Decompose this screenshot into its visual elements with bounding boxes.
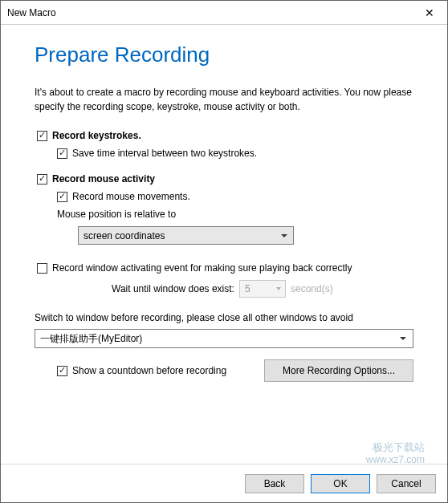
record-mouse-row[interactable]: Record mouse activity bbox=[37, 173, 413, 185]
more-recording-options-button[interactable]: More Recording Options... bbox=[264, 359, 413, 382]
countdown-row[interactable]: Show a countdown before recording bbox=[35, 365, 226, 376]
wait-seconds-wrap bbox=[239, 280, 286, 298]
record-keystrokes-row[interactable]: Record keystrokes. bbox=[37, 130, 413, 141]
titlebar: New Macro ✕ bbox=[1, 1, 447, 25]
countdown-label: Show a countdown before recording bbox=[72, 365, 226, 376]
new-macro-dialog: New Macro ✕ Prepare Recording It's about… bbox=[0, 0, 448, 503]
close-icon: ✕ bbox=[425, 6, 434, 19]
countdown-checkbox[interactable] bbox=[57, 366, 67, 376]
switch-window-select-wrap[interactable] bbox=[35, 329, 413, 348]
wait-seconds-unit: second(s) bbox=[291, 283, 333, 294]
record-keystrokes-checkbox[interactable] bbox=[37, 131, 47, 141]
save-interval-label: Save time interval between two keystroke… bbox=[72, 148, 257, 159]
record-mouse-movements-checkbox[interactable] bbox=[57, 192, 67, 202]
record-window-event-checkbox[interactable] bbox=[37, 263, 47, 274]
cancel-button[interactable]: Cancel bbox=[377, 474, 436, 493]
page-title: Prepare Recording bbox=[35, 43, 413, 67]
record-window-event-row[interactable]: Record window activating event for makin… bbox=[37, 262, 413, 274]
bottom-row: Show a countdown before recording More R… bbox=[35, 359, 413, 382]
record-mouse-label: Record mouse activity bbox=[52, 173, 155, 185]
wait-seconds-input bbox=[239, 280, 286, 298]
save-interval-row[interactable]: Save time interval between two keystroke… bbox=[57, 148, 413, 159]
save-interval-checkbox[interactable] bbox=[57, 148, 67, 159]
mouse-position-label: Mouse position is relative to bbox=[57, 209, 176, 220]
dialog-footer: Back OK Cancel bbox=[1, 464, 447, 502]
content-area: Prepare Recording It's about to create a… bbox=[1, 25, 447, 464]
switch-window-select[interactable] bbox=[35, 329, 413, 348]
record-mouse-movements-label: Record mouse movements. bbox=[72, 191, 190, 202]
record-mouse-movements-row[interactable]: Record mouse movements. bbox=[57, 191, 413, 202]
close-button[interactable]: ✕ bbox=[412, 1, 447, 25]
record-window-event-label: Record window activating event for makin… bbox=[52, 262, 352, 274]
wait-row: Wait until window does exist: second(s) bbox=[35, 280, 413, 298]
switch-window-label: Switch to window before recording, pleas… bbox=[35, 312, 413, 323]
mouse-position-select-wrap[interactable] bbox=[78, 226, 294, 245]
record-mouse-checkbox[interactable] bbox=[37, 174, 47, 185]
mouse-position-label-row: Mouse position is relative to bbox=[57, 209, 413, 220]
record-keystrokes-label: Record keystrokes. bbox=[52, 130, 141, 141]
ok-button[interactable]: OK bbox=[311, 474, 370, 493]
window-title: New Macro bbox=[7, 7, 412, 18]
wait-until-label: Wait until window does exist: bbox=[112, 283, 234, 294]
back-button[interactable]: Back bbox=[245, 474, 304, 493]
mouse-position-select[interactable] bbox=[78, 226, 294, 245]
intro-text: It's about to create a macro by recordin… bbox=[35, 85, 413, 114]
